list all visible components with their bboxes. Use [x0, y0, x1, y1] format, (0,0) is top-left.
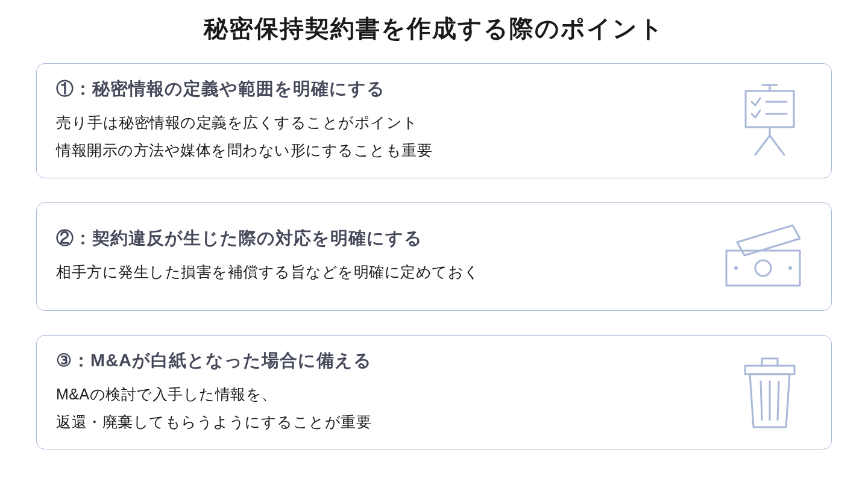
card-3: ③：M&Aが白紙となった場合に備える M&Aの検討で入手した情報を、 返還・廃棄… [36, 335, 832, 450]
card-1-line1: 売り手は秘密情報の定義を広くすることがポイント [56, 108, 703, 136]
card-2-body: 相手方に発生した損害を補償する旨などを明確に定めておく [56, 258, 691, 286]
card-3-text: ③：M&Aが白紙となった場合に備える M&Aの検討で入手した情報を、 返還・廃棄… [56, 349, 703, 436]
page-title: 秘密保持契約書を作成する際のポイント [36, 12, 832, 45]
card-2: ②：契約違反が生じた際の対応を明確にする 相手方に発生した損害を補償する旨などを… [36, 202, 832, 311]
trash-icon [728, 350, 812, 434]
svg-point-11 [734, 266, 738, 270]
svg-line-7 [770, 136, 784, 155]
card-1-line2: 情報開示の方法や媒体を問わない形にすることも重要 [56, 136, 703, 164]
svg-rect-0 [746, 91, 794, 127]
card-1-heading: ①：秘密情報の定義や範囲を明確にする [56, 77, 703, 101]
card-3-body: M&Aの検討で入手した情報を、 返還・廃棄してもらうようにすることが重要 [56, 380, 703, 436]
svg-line-6 [755, 136, 770, 155]
svg-line-14 [761, 381, 762, 420]
card-list: ①：秘密情報の定義や範囲を明確にする 売り手は秘密情報の定義を広くすることがポイ… [36, 63, 832, 449]
card-1-body: 売り手は秘密情報の定義を広くすることがポイント 情報開示の方法や媒体を問わない形… [56, 108, 703, 164]
card-3-line1: M&Aの検討で入手した情報を、 [56, 380, 703, 408]
svg-rect-13 [745, 366, 794, 374]
card-3-heading: ③：M&Aが白紙となった場合に備える [56, 349, 703, 373]
card-2-text: ②：契約違反が生じた際の対応を明確にする 相手方に発生した損害を補償する旨などを… [56, 227, 691, 286]
card-2-heading: ②：契約違反が生じた際の対応を明確にする [56, 227, 691, 251]
svg-line-16 [778, 381, 779, 420]
presentation-checklist-icon [728, 81, 812, 160]
money-icon [715, 221, 812, 293]
card-2-line1: 相手方に発生した損害を補償する旨などを明確に定めておく [56, 258, 691, 286]
card-1: ①：秘密情報の定義や範囲を明確にする 売り手は秘密情報の定義を広くすることがポイ… [36, 63, 832, 178]
svg-point-12 [788, 266, 792, 270]
card-1-text: ①：秘密情報の定義や範囲を明確にする 売り手は秘密情報の定義を広くすることがポイ… [56, 77, 703, 164]
card-3-line2: 返還・廃棄してもらうようにすることが重要 [56, 408, 703, 436]
svg-point-10 [755, 260, 771, 276]
